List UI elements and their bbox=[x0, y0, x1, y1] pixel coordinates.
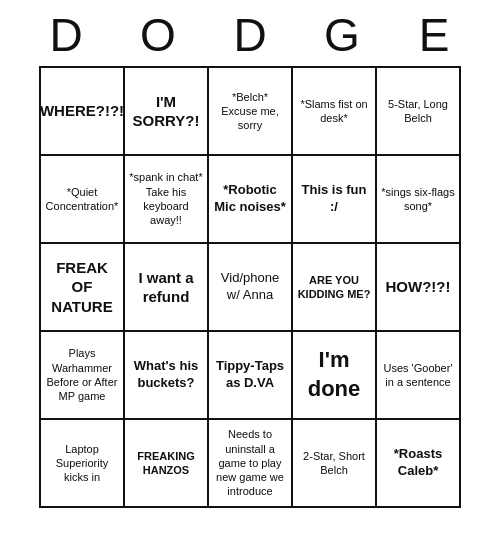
bingo-cell-0-4: 5-Star, Long Belch bbox=[377, 68, 461, 156]
bingo-cell-4-0: Laptop Superiority kicks in bbox=[41, 420, 125, 508]
bingo-cell-3-2: Tippy-Taps as D.VA bbox=[209, 332, 293, 420]
bingo-cell-3-1: What's his buckets? bbox=[125, 332, 209, 420]
bingo-cell-1-1: *spank in chat* Take his keyboard away!! bbox=[125, 156, 209, 244]
bingo-cell-3-4: Uses 'Goober' in a sentence bbox=[377, 332, 461, 420]
bingo-cell-1-2: *Robotic Mic noises* bbox=[209, 156, 293, 244]
bingo-cell-0-3: *Slams fist on desk* bbox=[293, 68, 377, 156]
bingo-cell-2-3: ARE YOU KIDDING ME? bbox=[293, 244, 377, 332]
header-letter: G bbox=[300, 8, 384, 62]
header-letter: D bbox=[208, 8, 292, 62]
header-letter: E bbox=[392, 8, 476, 62]
bingo-cell-3-0: Plays Warhammer Before or After MP game bbox=[41, 332, 125, 420]
bingo-cell-2-1: I want a refund bbox=[125, 244, 209, 332]
bingo-cell-4-4: *Roasts Caleb* bbox=[377, 420, 461, 508]
bingo-cell-2-4: HOW?!?! bbox=[377, 244, 461, 332]
bingo-cell-3-3: I'm done bbox=[293, 332, 377, 420]
bingo-cell-4-2: Needs to uninstall a game to play new ga… bbox=[209, 420, 293, 508]
bingo-cell-0-2: *Belch* Excuse me, sorry bbox=[209, 68, 293, 156]
bingo-cell-0-0: WHERE?!?! bbox=[41, 68, 125, 156]
bingo-cell-2-0: FREAK OF NATURE bbox=[41, 244, 125, 332]
header-letter: O bbox=[116, 8, 200, 62]
bingo-header: DODGE bbox=[20, 0, 480, 66]
bingo-cell-4-3: 2-Star, Short Belch bbox=[293, 420, 377, 508]
bingo-cell-1-3: This is fun :/ bbox=[293, 156, 377, 244]
bingo-cell-1-4: *sings six-flags song* bbox=[377, 156, 461, 244]
bingo-grid: WHERE?!?!I'M SORRY?!*Belch* Excuse me, s… bbox=[39, 66, 461, 508]
bingo-cell-4-1: FREAKING HANZOS bbox=[125, 420, 209, 508]
bingo-cell-2-2: Vid/phone w/ Anna bbox=[209, 244, 293, 332]
bingo-cell-0-1: I'M SORRY?! bbox=[125, 68, 209, 156]
header-letter: D bbox=[24, 8, 108, 62]
bingo-cell-1-0: *Quiet Concentration* bbox=[41, 156, 125, 244]
